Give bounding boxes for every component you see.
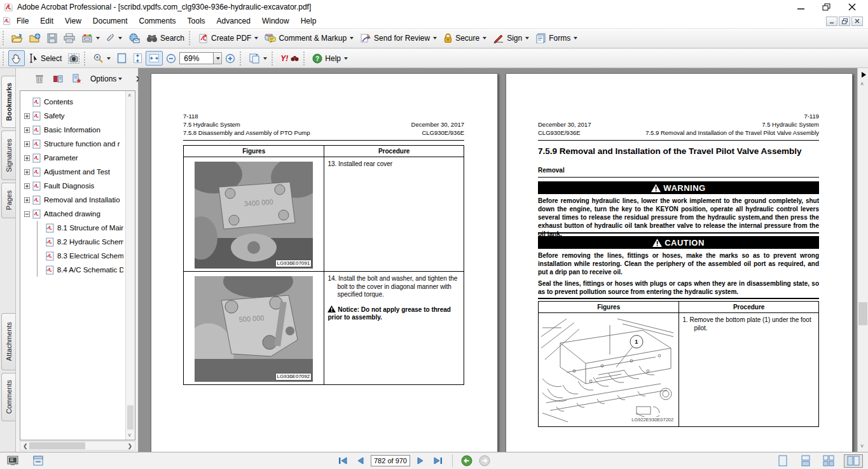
secure-button[interactable]: Secure — [440, 31, 490, 46]
menu-file[interactable]: File — [11, 15, 34, 27]
menu-help[interactable]: Help — [295, 15, 322, 27]
tab-attachments[interactable]: Attachments — [1, 313, 15, 370]
bookmark-removal-installation[interactable]: Removal and Installatio — [24, 193, 123, 207]
scroll-up-icon[interactable]: ˄ — [128, 92, 131, 99]
delete-bookmark-button[interactable] — [32, 72, 46, 85]
print-button[interactable] — [60, 31, 78, 46]
bookmark-8-2[interactable]: 8.2 Hydraulic Schem — [46, 235, 123, 249]
sign-button[interactable]: Sign — [490, 31, 532, 46]
scrollbar-thumb[interactable] — [858, 302, 867, 325]
facing-layout-button[interactable] — [844, 454, 863, 468]
status-panel-button[interactable] — [31, 454, 46, 468]
expand-plus-icon[interactable] — [24, 183, 30, 189]
attach-button[interactable] — [103, 31, 125, 46]
menu-edit[interactable]: Edit — [34, 15, 59, 27]
menu-window[interactable]: Window — [256, 15, 295, 27]
expand-current-bookmark-button[interactable] — [50, 73, 65, 85]
create-pdf-button[interactable]: Create PDF — [195, 31, 261, 46]
tab-pages[interactable]: Pages — [1, 183, 15, 218]
screen-mode-button[interactable] — [5, 454, 20, 468]
scrollbar-thumb[interactable] — [127, 405, 134, 430]
bookmarks-options-button[interactable]: Options — [88, 73, 125, 85]
bookmark-structure-function[interactable]: Structure function and r — [24, 137, 123, 151]
page-display-button[interactable] — [245, 50, 270, 66]
pane-toggle-icon[interactable] — [860, 72, 866, 78]
toolbar-grip[interactable] — [3, 52, 6, 66]
forms-button[interactable]: Forms — [532, 31, 581, 46]
doc-restore-button[interactable] — [839, 17, 850, 26]
previous-page-button[interactable] — [353, 454, 368, 468]
facing-continuous-layout-button[interactable] — [821, 454, 836, 468]
save-button[interactable] — [44, 31, 60, 46]
organizer-button[interactable] — [78, 31, 103, 46]
bookmark-safety[interactable]: Safety — [24, 109, 123, 123]
bookmark-basic-information[interactable]: Basic Information — [24, 123, 123, 137]
collapse-minus-icon[interactable] — [24, 211, 30, 217]
next-page-button[interactable] — [413, 454, 428, 468]
minimize-button[interactable] — [797, 3, 806, 11]
document-vertical-scrollbar[interactable]: ˄ ˅ — [857, 68, 868, 452]
restore-button[interactable] — [822, 3, 831, 11]
toolbar-grip[interactable] — [189, 31, 192, 45]
fit-width-button[interactable] — [146, 51, 163, 66]
yahoo-search-button[interactable]: Y! — [277, 52, 302, 66]
bookmark-8-1[interactable]: 8.1 Structure of Mair — [46, 221, 123, 235]
scroll-right-icon[interactable]: ❯ — [127, 444, 132, 449]
help-button[interactable]: ?Help — [309, 51, 351, 66]
expand-plus-icon[interactable] — [24, 113, 30, 119]
expand-plus-icon[interactable] — [24, 169, 30, 175]
fit-height-button[interactable] — [130, 50, 146, 66]
bookmark-attached-drawing[interactable]: Attached drawing — [24, 207, 123, 221]
bookmark-parameter[interactable]: Parameter — [24, 151, 123, 165]
toolbar-grip[interactable] — [240, 52, 243, 66]
toolbar-grip[interactable] — [303, 52, 307, 66]
comment-markup-button[interactable]: Comment & Markup — [261, 31, 357, 46]
open-button[interactable] — [8, 31, 26, 46]
toolbar-grip[interactable] — [272, 52, 275, 66]
zoom-level-combo[interactable]: 69% — [179, 52, 214, 64]
tab-signatures[interactable]: Signatures — [1, 130, 15, 180]
doc-minimize-button[interactable] — [826, 17, 837, 26]
menu-comments[interactable]: Comments — [134, 15, 182, 27]
doc-close-button[interactable] — [851, 17, 863, 26]
menu-document[interactable]: Document — [87, 15, 134, 27]
expand-plus-icon[interactable] — [24, 197, 30, 203]
bookmark-adjustment-test[interactable]: Adjustment and Test — [24, 165, 123, 179]
bookmark-8-3[interactable]: 8.3 Electrical Schem — [46, 249, 123, 263]
toolbar-grip[interactable] — [84, 52, 87, 66]
tab-bookmarks[interactable]: Bookmarks — [1, 76, 15, 128]
snapshot-button[interactable] — [65, 51, 83, 66]
page-indicator-input[interactable]: 782 of 970 — [371, 455, 410, 466]
scrollbar-thumb[interactable] — [29, 442, 85, 449]
scroll-left-icon[interactable]: ❮ — [23, 444, 28, 449]
open-web-button[interactable] — [26, 31, 44, 46]
bookmarks-vertical-scrollbar[interactable]: ˄ ˅ — [125, 91, 135, 440]
zoom-in-button[interactable] — [222, 51, 238, 66]
zoom-level-dropdown[interactable] — [214, 52, 222, 64]
send-for-review-button[interactable]: Send for Review — [357, 31, 440, 46]
zoom-tool-button[interactable] — [90, 51, 114, 66]
new-bookmark-button[interactable] — [69, 72, 84, 85]
scroll-down-icon[interactable]: ˅ — [860, 443, 864, 449]
menu-advanced[interactable]: Advanced — [211, 15, 256, 27]
scroll-down-icon[interactable]: ˅ — [128, 432, 131, 438]
bookmark-8-4[interactable]: 8.4 A/C Schematic D — [46, 263, 123, 277]
zoom-out-button[interactable] — [163, 51, 179, 66]
hand-tool-button[interactable] — [8, 50, 25, 66]
single-page-layout-button[interactable] — [775, 454, 790, 468]
last-page-button[interactable] — [431, 454, 446, 468]
continuous-layout-button[interactable] — [798, 454, 813, 468]
scroll-up-icon[interactable]: ˄ — [860, 81, 864, 87]
previous-view-button[interactable] — [459, 454, 474, 468]
next-view-button[interactable] — [477, 454, 492, 468]
fit-page-button[interactable] — [114, 50, 130, 66]
select-tool-button[interactable]: Select — [25, 51, 65, 66]
bookmarks-horizontal-scrollbar[interactable]: ❮ ❯ — [20, 441, 135, 451]
email-button[interactable] — [125, 31, 143, 46]
toolbar-grip[interactable] — [3, 31, 6, 45]
expand-plus-icon[interactable] — [24, 141, 30, 147]
bookmark-fault-diagnosis[interactable]: Fault Diagnosis — [24, 179, 123, 193]
search-button[interactable]: Search — [143, 31, 188, 46]
tab-comments[interactable]: Comments — [1, 373, 15, 421]
close-button[interactable] — [848, 3, 857, 11]
